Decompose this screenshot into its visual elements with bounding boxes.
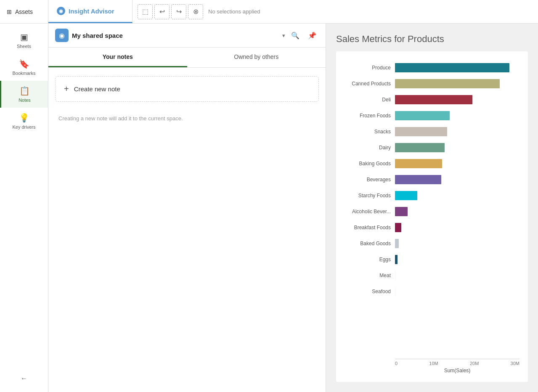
empty-note-message: Creating a new note will add it to the c… <box>48 110 326 127</box>
x-axis-ticks: 010M20M30M <box>340 361 519 366</box>
space-icon: ◉ <box>55 29 69 42</box>
bar-row: Dairy <box>340 140 519 156</box>
x-tick: 10M <box>429 361 438 366</box>
bar-fill <box>395 223 401 232</box>
x-axis-line <box>395 359 519 359</box>
bar-row: Alcoholic Bever... <box>340 204 519 220</box>
bar-fill <box>395 239 399 248</box>
sidebar-label-bookmarks: Bookmarks <box>12 71 35 76</box>
bar-label: Baked Goods <box>340 241 395 246</box>
bar-track <box>395 159 519 168</box>
pin-button[interactable]: 📌 <box>305 29 319 42</box>
bar-track <box>395 191 519 200</box>
bar-label: Deli <box>340 97 395 103</box>
space-dropdown-icon[interactable]: ▾ <box>282 32 285 39</box>
bar-row: Starchy Foods <box>340 188 519 204</box>
bookmarks-icon: 🔖 <box>19 59 29 69</box>
bar-track <box>395 207 519 216</box>
bar-fill <box>395 287 395 296</box>
sidebar-bottom: ← <box>0 372 48 392</box>
bar-label: Produce <box>340 65 395 71</box>
grid-icon: ⊞ <box>7 8 12 15</box>
x-tick: 0 <box>395 361 398 366</box>
bar-label: Breakfast Foods <box>340 225 395 230</box>
bar-fill <box>395 143 445 152</box>
sidebar-item-sheets[interactable]: ▣ Sheets <box>0 27 48 54</box>
x-tick: 20M <box>470 361 479 366</box>
bar-label: Canned Products <box>340 81 395 87</box>
bar-row: Eggs <box>340 252 519 268</box>
bar-label: Meat <box>340 273 395 278</box>
bar-fill <box>395 207 408 216</box>
bar-track <box>395 143 519 152</box>
bar-row: Produce <box>340 60 519 76</box>
bar-row: Canned Products <box>340 76 519 92</box>
forward-button[interactable]: ↪ <box>171 4 186 19</box>
bar-track <box>395 175 519 184</box>
insight-icon: ◉ <box>57 7 65 15</box>
search-selection-button[interactable]: ⬚ <box>138 4 153 19</box>
panel-tabs: Your notes Owned by others <box>48 48 326 68</box>
bar-track <box>395 95 519 104</box>
bar-row: Frozen Foods <box>340 108 519 124</box>
chart-container: ProduceCanned ProductsDeliFrozen FoodsSn… <box>336 51 528 382</box>
sidebar-label-key-drivers: Key drivers <box>12 124 35 130</box>
sidebar-label-notes: Notes <box>19 98 31 103</box>
notes-icon: 📋 <box>19 86 30 96</box>
back-button[interactable]: ↩ <box>154 4 170 19</box>
insight-advisor-tab[interactable]: ◉ Insight Advisor <box>48 0 133 23</box>
main-layout: ▣ Sheets 🔖 Bookmarks 📋 Notes 💡 Key drive… <box>0 24 538 392</box>
bar-label: Baking Goods <box>340 161 395 167</box>
bar-label: Dairy <box>340 145 395 151</box>
clear-selections-button[interactable]: ⊗ <box>188 4 203 19</box>
bar-fill <box>395 127 447 136</box>
sidebar-label-sheets: Sheets <box>17 44 31 49</box>
panel-header: ◉ My shared space ▾ 🔍 📌 <box>48 24 326 48</box>
search-button[interactable]: 🔍 <box>289 29 302 42</box>
topbar-actions: ⬚ ↩ ↪ ⊗ No selections applied <box>133 4 538 19</box>
sidebar-item-notes[interactable]: 📋 Notes <box>0 81 48 108</box>
create-note-label: Create new note <box>74 85 120 93</box>
sidebar-item-bookmarks[interactable]: 🔖 Bookmarks <box>0 54 48 81</box>
bar-row: Deli <box>340 92 519 108</box>
bar-row: Baking Goods <box>340 156 519 172</box>
no-selections-label: No selections applied <box>205 8 260 15</box>
insight-label: Insight Advisor <box>69 8 114 15</box>
bar-row: Snacks <box>340 124 519 140</box>
bar-fill <box>395 63 509 72</box>
bar-label: Seafood <box>340 289 395 294</box>
bar-row: Beverages <box>340 172 519 188</box>
bar-fill <box>395 95 472 104</box>
bar-track <box>395 79 519 88</box>
bar-track <box>395 287 519 296</box>
bar-label: Starchy Foods <box>340 193 395 199</box>
bar-label: Frozen Foods <box>340 113 395 119</box>
sidebar-item-key-drivers[interactable]: 💡 Key drivers <box>0 108 48 135</box>
bar-label: Beverages <box>340 177 395 183</box>
assets-button[interactable]: ⊞ Assets <box>0 0 48 23</box>
bar-fill <box>395 111 450 120</box>
bar-fill <box>395 271 395 280</box>
tab-your-notes[interactable]: Your notes <box>48 48 187 67</box>
bar-row: Meat <box>340 268 519 283</box>
sidebar: ▣ Sheets 🔖 Bookmarks 📋 Notes 💡 Key drive… <box>0 24 48 392</box>
key-drivers-icon: 💡 <box>19 113 29 123</box>
space-name: My shared space <box>72 32 279 39</box>
tab-owned-by-others[interactable]: Owned by others <box>187 48 326 67</box>
chart-area: Sales Metrics for Products ProduceCanned… <box>326 24 538 392</box>
create-note-button[interactable]: + Create new note <box>55 76 319 102</box>
bar-row: Baked Goods <box>340 236 519 252</box>
bar-fill <box>395 191 417 200</box>
bar-track <box>395 223 519 232</box>
collapse-sidebar-button[interactable]: ← <box>17 372 31 385</box>
bar-fill <box>395 79 500 88</box>
bar-track <box>395 255 519 264</box>
bar-row: Breakfast Foods <box>340 220 519 236</box>
x-axis-label: Sum(Sales) <box>340 368 519 373</box>
bar-track <box>395 271 519 280</box>
bar-chart: ProduceCanned ProductsDeliFrozen FoodsSn… <box>340 60 519 357</box>
topbar: ⊞ Assets ◉ Insight Advisor ⬚ ↩ ↪ ⊗ No se… <box>0 0 538 24</box>
bar-fill <box>395 175 441 184</box>
plus-icon: + <box>64 84 69 94</box>
bar-label: Snacks <box>340 129 395 135</box>
